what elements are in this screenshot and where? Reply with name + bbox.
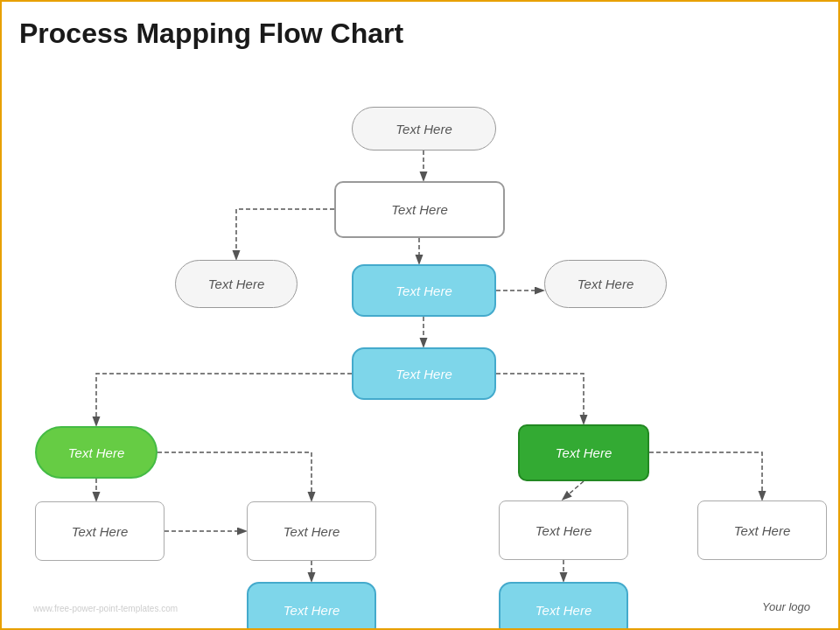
node-n10[interactable]: Text Here bbox=[247, 501, 376, 561]
watermark: www.free-power-point-templates.com bbox=[33, 604, 178, 613]
svg-line-7 bbox=[564, 481, 584, 499]
node-n4[interactable]: Text Here bbox=[352, 264, 496, 317]
node-n1[interactable]: Text Here bbox=[352, 107, 496, 150]
node-n2[interactable]: Text Here bbox=[334, 181, 505, 238]
page: Process Mapping Flow Chart bbox=[2, 2, 840, 630]
node-n7[interactable]: Text Here bbox=[35, 426, 158, 479]
node-n3[interactable]: Text Here bbox=[175, 260, 298, 308]
node-n11[interactable]: Text Here bbox=[499, 500, 628, 560]
node-n13[interactable]: Text Here bbox=[247, 582, 376, 630]
chart-area: Text Here Text Here Text Here Text Here … bbox=[19, 59, 824, 619]
node-n5[interactable]: Text Here bbox=[544, 260, 667, 308]
page-title: Process Mapping Flow Chart bbox=[19, 18, 824, 50]
node-n12[interactable]: Text Here bbox=[697, 500, 827, 560]
logo-text: Your logo bbox=[762, 600, 810, 613]
node-n8[interactable]: Text Here bbox=[518, 424, 649, 481]
node-n14[interactable]: Text Here bbox=[499, 582, 628, 630]
node-n6[interactable]: Text Here bbox=[352, 347, 496, 400]
node-n9[interactable]: Text Here bbox=[35, 501, 164, 561]
